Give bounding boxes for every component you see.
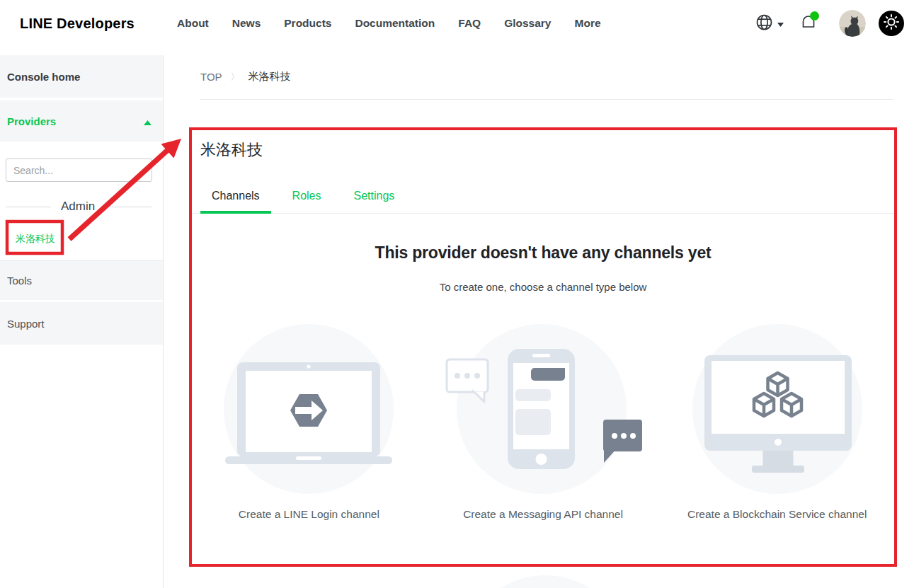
empty-state-title: This provider doesn't have any channels … [192, 243, 894, 263]
main-content: TOP 〉 米洛科技 米洛科技 Channels Roles Settings … [164, 55, 914, 588]
sidebar: Console home Providers Admin 米洛科技 Tools … [0, 55, 164, 588]
breadcrumb-current: 米洛科技 [249, 70, 291, 83]
sidebar-providers-label: Providers [7, 115, 56, 127]
sidebar-provider-link[interactable]: 米洛科技 [16, 233, 55, 246]
divider-line [6, 207, 51, 207]
main-nav: About News Products Documentation FAQ Gl… [177, 17, 601, 30]
breadcrumb-top-link[interactable]: TOP [200, 71, 222, 83]
messaging-api-illustration-icon [426, 324, 661, 494]
blockchain-service-illustration-icon [660, 324, 894, 494]
nav-documentation[interactable]: Documentation [355, 17, 435, 30]
create-line-login-channel-card[interactable]: Create a LINE Login channel [192, 324, 426, 521]
language-selector[interactable] [755, 13, 784, 34]
nav-faq[interactable]: FAQ [458, 17, 481, 30]
tab-channels[interactable]: Channels [200, 190, 271, 214]
chevron-up-icon [144, 115, 152, 127]
card-label: Create a Blockchain Service channel [660, 508, 894, 521]
tab-settings[interactable]: Settings [343, 190, 406, 213]
bell-icon [801, 21, 816, 33]
sidebar-item-providers[interactable]: Providers [0, 100, 163, 142]
top-header: LINE Developers About News Products Docu… [0, 0, 914, 55]
next-channel-illustration-partial [460, 575, 630, 588]
sidebar-item-console-home[interactable]: Console home [0, 55, 163, 98]
provider-search-input[interactable] [6, 158, 152, 182]
card-label: Create a LINE Login channel [192, 508, 426, 521]
breadcrumb: TOP 〉 米洛科技 [200, 70, 291, 83]
nav-more[interactable]: More [575, 17, 601, 30]
notification-badge [810, 11, 819, 21]
line-login-illustration-icon [192, 324, 426, 494]
nav-news[interactable]: News [232, 17, 261, 30]
channel-type-cards: Create a LINE Login channel [192, 324, 894, 521]
breadcrumb-divider [200, 99, 893, 100]
sidebar-item-support[interactable]: Support [0, 302, 163, 345]
create-messaging-api-channel-card[interactable]: Create a Messaging API channel [426, 324, 661, 521]
provider-title: 米洛科技 [200, 139, 894, 161]
admin-group-label: Admin [51, 200, 105, 214]
globe-icon [755, 13, 773, 34]
nav-products[interactable]: Products [284, 17, 331, 30]
create-blockchain-service-channel-card[interactable]: Create a Blockchain Service channel [660, 324, 894, 521]
provider-panel: 米洛科技 Channels Roles Settings This provid… [189, 127, 897, 567]
card-label: Create a Messaging API channel [426, 508, 661, 521]
divider-line [105, 207, 152, 207]
line-developers-logo[interactable]: LINE Developers [20, 16, 135, 32]
notifications-button[interactable] [801, 13, 816, 33]
tab-roles[interactable]: Roles [281, 190, 333, 213]
providers-panel: Admin 米洛科技 [0, 142, 163, 260]
empty-state-subtitle: To create one, choose a channel type bel… [192, 281, 894, 293]
chevron-down-icon [777, 17, 784, 30]
sidebar-item-tools[interactable]: Tools [0, 260, 163, 300]
nav-glossary[interactable]: Glossary [504, 17, 551, 30]
provider-tabs: Channels Roles Settings [192, 190, 894, 214]
user-avatar[interactable] [839, 10, 866, 37]
sun-icon [884, 14, 899, 33]
theme-toggle-button[interactable] [879, 11, 904, 36]
breadcrumb-separator-icon: 〉 [231, 71, 240, 83]
admin-section-divider: Admin [0, 200, 163, 214]
nav-about[interactable]: About [177, 17, 209, 30]
